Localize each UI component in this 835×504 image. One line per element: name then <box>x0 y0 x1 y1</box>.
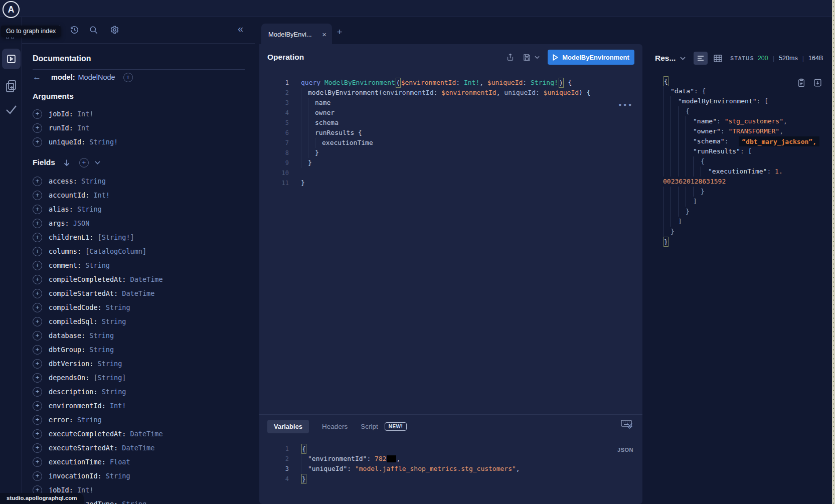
plus-circle-icon[interactable]: + <box>33 345 42 355</box>
field-type[interactable]: String! <box>85 138 118 146</box>
double-chevron-down-icon[interactable] <box>626 422 633 430</box>
field-type[interactable]: DateTime <box>118 444 154 452</box>
plus-circle-icon[interactable]: + <box>33 443 42 453</box>
plus-circle-icon[interactable]: + <box>33 261 42 270</box>
plus-circle-icon[interactable]: + <box>33 137 42 147</box>
field-type[interactable]: DateTime <box>126 430 162 438</box>
field-name[interactable]: columns: <box>49 247 81 255</box>
plus-circle-icon[interactable]: + <box>33 429 42 439</box>
field-type[interactable]: String <box>98 317 126 325</box>
field-type[interactable]: Int! <box>106 402 126 410</box>
field-type[interactable]: String <box>77 177 106 185</box>
sidebar-item-explorer[interactable] <box>2 49 21 69</box>
field-name[interactable]: runId: <box>49 124 73 132</box>
download-icon[interactable] <box>813 78 822 87</box>
close-icon[interactable]: × <box>319 30 332 39</box>
field-type[interactable]: JSON <box>69 219 90 227</box>
field-type[interactable]: String <box>98 388 126 396</box>
plus-circle-icon[interactable]: + <box>33 123 42 133</box>
field-type[interactable]: String <box>81 261 110 269</box>
response-title[interactable]: Res... <box>655 54 676 63</box>
field-type[interactable]: DateTime <box>118 289 154 297</box>
field-type[interactable]: Int <box>73 124 90 132</box>
field-name[interactable]: args: <box>49 219 69 227</box>
table-view-toggle[interactable] <box>714 55 722 62</box>
field-name[interactable]: access: <box>49 177 77 185</box>
field-type[interactable]: String <box>93 360 122 368</box>
field-name[interactable]: dbtGroup: <box>49 346 85 354</box>
sidebar-item-schema[interactable] <box>5 79 18 93</box>
field-name[interactable]: executionTime: <box>49 458 106 466</box>
settings-gear-icon[interactable] <box>110 25 119 35</box>
field-type[interactable]: String <box>73 416 102 424</box>
plus-circle-icon[interactable]: + <box>33 331 42 341</box>
plus-circle-icon[interactable]: + <box>33 205 42 214</box>
field-type[interactable]: [CatalogColumn] <box>81 247 146 255</box>
plus-circle-icon[interactable]: + <box>33 219 42 228</box>
field-name[interactable]: database: <box>49 331 85 340</box>
field-name[interactable]: alias: <box>49 205 73 213</box>
field-type[interactable]: Int! <box>73 110 94 118</box>
plus-circle-icon[interactable]: + <box>33 177 42 186</box>
field-type[interactable]: String <box>85 331 114 340</box>
plus-circle-icon[interactable]: + <box>33 233 42 242</box>
tab-variables[interactable]: Variables <box>267 420 309 433</box>
plus-circle-icon[interactable]: + <box>33 401 42 411</box>
plus-circle-icon[interactable]: + <box>79 158 89 167</box>
field-name[interactable]: error: <box>49 416 73 424</box>
field-name[interactable]: compileStartedAt: <box>49 289 118 297</box>
field-name[interactable]: compiledCode: <box>49 303 102 311</box>
field-type[interactable]: Float <box>106 458 130 466</box>
chevron-down-icon[interactable] <box>95 161 100 164</box>
save-button-group[interactable] <box>523 53 540 62</box>
plus-circle-icon[interactable]: + <box>33 359 42 369</box>
response-json-viewer[interactable]: {"data": {"modelByEnvironment": [{"name"… <box>646 72 832 247</box>
field-name[interactable]: description: <box>49 388 98 396</box>
share-icon[interactable] <box>506 53 515 62</box>
field-type[interactable]: [String] <box>89 374 126 382</box>
field-type[interactable]: DateTime <box>126 275 162 283</box>
field-name[interactable]: compiledSql: <box>49 317 98 325</box>
tab-script[interactable]: Script <box>361 423 378 430</box>
run-operation-button[interactable]: ModelByEnvironment <box>548 50 634 65</box>
field-name[interactable]: environmentId: <box>49 402 106 410</box>
field-name[interactable]: accountId: <box>49 191 89 199</box>
plus-circle-icon[interactable]: + <box>33 191 42 200</box>
tab-headers[interactable]: Headers <box>322 423 348 430</box>
field-type[interactable]: String <box>118 500 146 504</box>
field-type[interactable]: [String!] <box>93 233 134 241</box>
field-name[interactable]: executeCompletedAt: <box>49 430 126 438</box>
plus-circle-icon[interactable]: + <box>33 247 42 256</box>
field-type[interactable]: String <box>102 303 130 311</box>
field-name[interactable]: dbtVersion: <box>49 360 93 368</box>
field-name[interactable]: invocationId: <box>49 472 102 480</box>
field-type[interactable]: Int! <box>89 191 110 199</box>
plus-circle-icon[interactable]: + <box>33 387 42 397</box>
field-name[interactable]: compileCompletedAt: <box>49 275 126 283</box>
new-tab-button[interactable]: + <box>334 27 345 38</box>
field-type[interactable]: String <box>102 472 130 480</box>
field-name[interactable]: comment: <box>49 261 81 269</box>
plus-circle-icon[interactable]: + <box>33 275 42 284</box>
plus-circle-icon[interactable]: + <box>33 471 42 481</box>
field-name[interactable]: jobId: <box>49 110 73 118</box>
list-view-toggle[interactable] <box>694 52 708 65</box>
field-name[interactable]: uniqueId: <box>49 138 85 146</box>
tab-modelbyenvironment[interactable]: ModelByEnvi... × <box>261 24 332 45</box>
sidebar-item-checks[interactable] <box>5 103 18 115</box>
back-arrow-icon[interactable]: ← <box>33 72 41 82</box>
editor-overflow-menu[interactable]: ••• <box>618 101 633 109</box>
plus-circle-icon[interactable]: + <box>33 289 42 298</box>
field-type[interactable]: String <box>73 205 102 213</box>
chevron-down-icon[interactable] <box>680 57 686 60</box>
apollo-logo[interactable]: A <box>3 1 20 18</box>
plus-circle-icon[interactable]: + <box>123 73 133 82</box>
search-icon[interactable] <box>89 25 98 35</box>
sort-down-icon[interactable] <box>63 159 70 166</box>
plus-circle-icon[interactable]: + <box>33 457 42 467</box>
field-name[interactable]: dependsOn: <box>49 374 89 382</box>
clipboard-copy-icon[interactable] <box>797 78 805 87</box>
variables-editor[interactable]: 1{2"environmentId": 782,3"uniqueId": "mo… <box>259 438 642 484</box>
plus-circle-icon[interactable]: + <box>33 109 42 119</box>
field-name[interactable]: childrenL1: <box>49 233 93 241</box>
